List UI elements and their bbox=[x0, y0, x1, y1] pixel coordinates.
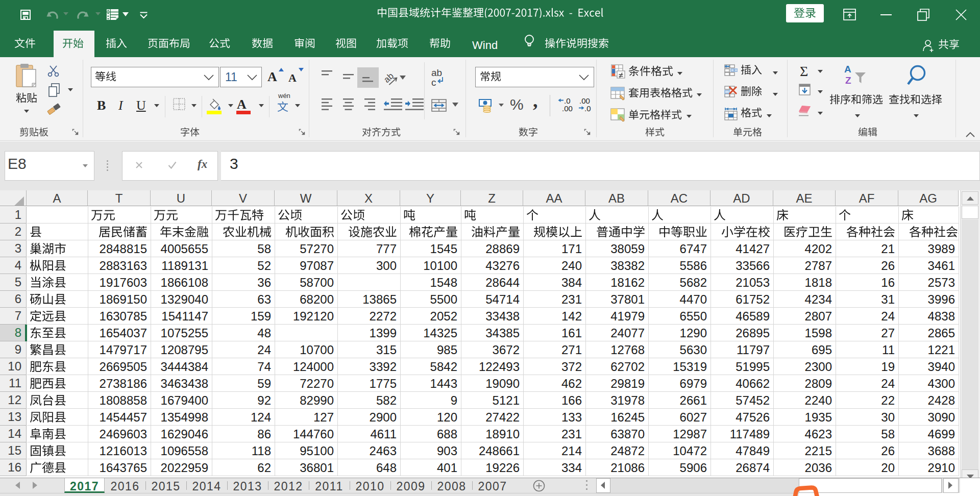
svg-text:ab: ab bbox=[431, 68, 442, 78]
svg-text:.00: .00 bbox=[562, 104, 573, 112]
svg-text:A: A bbox=[844, 64, 851, 75]
svg-text:.0: .0 bbox=[584, 104, 591, 112]
svg-text:ab: ab bbox=[383, 71, 396, 85]
svg-text:Z: Z bbox=[845, 75, 851, 86]
svg-text:c: c bbox=[431, 77, 436, 87]
